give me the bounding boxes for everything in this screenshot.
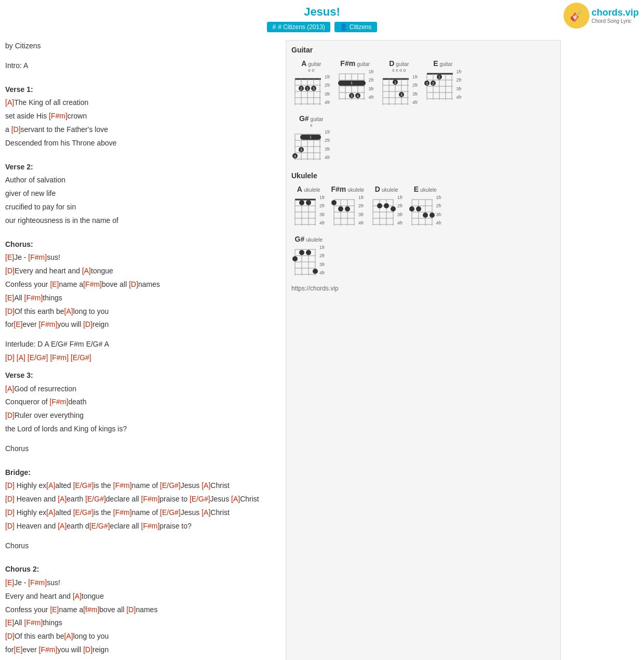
chord-A4[interactable]: [A] <box>17 353 25 362</box>
chord-D3[interactable]: [D] <box>129 280 138 288</box>
chord-D14[interactable]: [D] <box>83 645 92 654</box>
chord-Fm5[interactable]: [F#m] <box>39 320 58 328</box>
ch2-l5: [D]Of this earth be[A]long to you <box>5 630 280 643</box>
chord-E7[interactable]: [E] <box>5 618 14 627</box>
chord-E4[interactable]: [E] <box>14 320 22 328</box>
chord-EG1[interactable]: [E/G#] <box>28 353 48 362</box>
chord-D13[interactable]: [D] <box>5 632 15 640</box>
chord-A13[interactable]: [A] <box>73 592 82 600</box>
chord-A7[interactable]: [A] <box>202 481 210 490</box>
chord-A2[interactable]: [A] <box>82 267 91 275</box>
chord-A10[interactable]: [A] <box>46 508 55 517</box>
chord-E3[interactable]: [E] <box>5 294 14 302</box>
svg-point-112 <box>391 206 396 212</box>
chord-D10[interactable]: [D] <box>5 508 15 517</box>
chord-name-E: E <box>433 59 438 68</box>
chord-D6[interactable]: [D] <box>5 353 15 362</box>
chord-EG3[interactable]: [E/G#] <box>73 481 94 490</box>
chord-D12[interactable]: [D] <box>126 605 136 614</box>
svg-text:2: 2 <box>432 82 434 85</box>
chord-E1[interactable]: [E] <box>5 253 14 261</box>
chord-D11[interactable]: [D] <box>5 522 15 530</box>
chord-A5[interactable]: [A] <box>5 385 14 393</box>
tag-citizens[interactable]: 👤 Citizens <box>334 22 377 32</box>
ch2-l2: Every and heart and [A]tongue <box>5 590 280 603</box>
ch-l4: [E]All [F#m]things <box>5 292 280 305</box>
tag-citizens-2013[interactable]: # # Citizens (2013) <box>267 22 330 32</box>
chord-D4[interactable]: [D] <box>5 307 15 315</box>
chord-Fm9[interactable]: [F#m] <box>141 495 160 503</box>
chord-Fm6[interactable]: [F#m] <box>50 353 69 362</box>
lyrics-panel: by Citizens Intro: A Verse 1: [A]The Kin… <box>5 40 286 660</box>
chord-E2[interactable]: [E] <box>50 280 59 288</box>
chord-Fm3[interactable]: [F#m] <box>83 280 102 288</box>
chord-EG2[interactable]: [E/G#] <box>71 353 91 362</box>
header: Jesus! # # Citizens (2013) 👤 Citizens 🎸 … <box>0 0 644 35</box>
ch2-l1: [E]Je - [F#m]sus! <box>5 577 280 589</box>
v3-l3: [D]Ruler over everything <box>5 410 280 422</box>
logo: 🎸 chords.vip Chord Song Lyric <box>564 3 639 29</box>
chord-Fm10[interactable]: [F#m] <box>113 508 132 517</box>
chord-A6[interactable]: [A] <box>46 481 55 490</box>
chord-name-D: D <box>389 59 394 68</box>
chord-EG8[interactable]: [E/G#] <box>160 508 181 517</box>
tags-row: # # Citizens (2013) 👤 Citizens <box>0 22 644 32</box>
v3-l1: [A]God of resurrection <box>5 383 280 395</box>
chord-A3[interactable]: [A] <box>64 307 73 315</box>
chord-Fm7[interactable]: [F#m] <box>50 398 69 406</box>
chord-Fm11[interactable]: [F#m] <box>141 522 160 530</box>
svg-point-138 <box>313 269 318 274</box>
chord-Fm2[interactable]: [F#m] <box>28 253 47 261</box>
uke-chord-type-A: ukulele <box>304 187 320 193</box>
chord-EG6[interactable]: [E/G#] <box>190 495 210 503</box>
chord-EG4[interactable]: [E/G#] <box>160 481 181 490</box>
chord-A11[interactable]: [A] <box>202 508 210 517</box>
chord-Fm8[interactable]: [F#m] <box>113 481 132 490</box>
chord-D7[interactable]: [D] <box>5 411 15 419</box>
chord-type-D: guitar <box>396 61 409 67</box>
svg-point-110 <box>377 203 382 208</box>
fretboard-A-guitar: 2 1 3 <box>292 73 324 107</box>
svg-text:1: 1 <box>351 81 353 85</box>
chord-A14[interactable]: [A] <box>64 632 73 640</box>
chord-Fm13[interactable]: [f#m] <box>83 605 99 614</box>
br-l1: [D] Highly ex[A]alted [E/G#]is the [F#m]… <box>5 480 280 492</box>
ukulele-chord-E: E ukulele <box>409 185 442 229</box>
fretboard-Fm-guitar: 1 3 4 <box>337 68 368 101</box>
chord-E8[interactable]: [E] <box>14 645 22 654</box>
chord-EG5[interactable]: [E/G#] <box>85 495 106 503</box>
chord-name-A: A <box>301 59 306 68</box>
chord-Fm4[interactable]: [F#m] <box>24 294 43 302</box>
chord-Fm12[interactable]: [F#m] <box>28 578 47 587</box>
v2-l4: our righteousness is in the name of <box>5 215 280 227</box>
svg-text:3: 3 <box>313 87 315 90</box>
chord-Fm15[interactable]: [F#m] <box>39 645 58 654</box>
chord-D9[interactable]: [D] <box>5 495 15 503</box>
chord-E5[interactable]: [E] <box>5 578 14 587</box>
chord-D5[interactable]: [D] <box>83 320 92 328</box>
chord-EG9[interactable]: [E/G#] <box>89 522 110 530</box>
svg-text:4: 4 <box>357 94 359 98</box>
chorus-3-static: Chorus <box>5 540 280 552</box>
svg-text:3: 3 <box>426 82 428 85</box>
chord-A9[interactable]: [A] <box>231 495 240 503</box>
chord-D8[interactable]: [D] <box>5 481 15 490</box>
chord-A8[interactable]: [A] <box>58 495 66 503</box>
chord-Fm1[interactable]: [F#m] <box>49 112 68 120</box>
svg-point-123 <box>416 206 421 212</box>
chord-type-Fm: guitar <box>357 61 370 67</box>
chord-EG7[interactable]: [E/G#] <box>73 508 94 517</box>
chord-D2[interactable]: [D] <box>5 267 15 275</box>
chord-Fm14[interactable]: [F#m] <box>24 618 43 627</box>
chord-A[interactable]: [A] <box>5 98 14 107</box>
guitar-section-title: Guitar <box>291 46 555 54</box>
svg-point-100 <box>345 206 350 212</box>
fretboard-A-uke <box>292 193 318 227</box>
svg-text:3: 3 <box>351 94 353 98</box>
v2-l2: giver of new life <box>5 188 280 200</box>
chord-D1[interactable]: [D] <box>11 125 21 134</box>
chord-E6[interactable]: [E] <box>50 605 59 614</box>
svg-point-99 <box>338 206 343 212</box>
svg-text:2: 2 <box>300 87 302 90</box>
chord-A12[interactable]: [A] <box>58 522 66 530</box>
